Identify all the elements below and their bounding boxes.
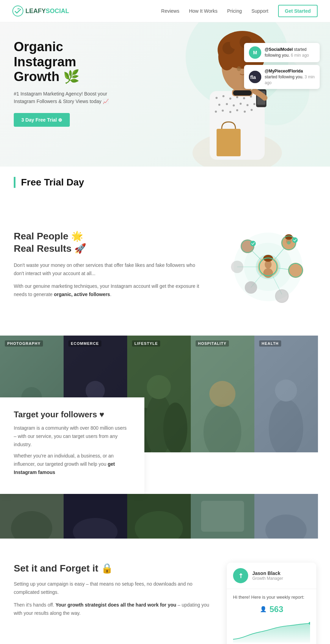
svg-point-79 (147, 375, 171, 399)
category-hospitality[interactable]: HOSPITALITY (191, 336, 254, 452)
hero-section: OrganicInstagramGrowth 🌿 #1 Instagram Ma… (0, 22, 330, 167)
cat-bot-svg1 (0, 494, 64, 539)
notif-avatar-2: fla (249, 71, 261, 83)
get-started-button[interactable]: Get Started (278, 5, 318, 17)
svg-point-4 (222, 95, 224, 97)
svg-point-51 (263, 268, 273, 278)
svg-point-78 (163, 403, 187, 452)
notif-text-1: @SocialModel started following you. 6 mi… (265, 47, 315, 58)
cat-bot-svg2 (64, 494, 127, 539)
category-label-health: HEALTH (259, 340, 281, 347)
target-para2: Whether you're an individual, a business… (14, 452, 131, 476)
chat-greeting: Hi there! Here is your weekly report: (233, 595, 310, 600)
svg-rect-36 (233, 90, 252, 95)
cat-bottom-3 (127, 494, 191, 539)
svg-point-17 (229, 111, 231, 113)
svg-point-57 (287, 241, 290, 245)
svg-point-5 (229, 98, 231, 100)
real-people-section: Real People 🌟Real Results 🚀 Don't waste … (0, 198, 330, 336)
svg-point-12 (240, 103, 242, 105)
network-svg (220, 219, 316, 315)
network-diagram (220, 219, 316, 315)
svg-point-9 (218, 104, 220, 106)
chat-body: Hi there! Here is your weekly report: 👤 … (227, 589, 316, 644)
cat-bottom-4 (191, 494, 254, 539)
chat-identity: Jason Black Growth Manager (252, 570, 283, 581)
nav-support[interactable]: Support (251, 8, 268, 14)
svg-point-3 (216, 97, 218, 99)
svg-point-11 (233, 104, 235, 106)
nav-how-it-works[interactable]: How It Works (189, 8, 218, 14)
organic-followers-highlight: organic, active followers (54, 292, 110, 297)
nav-reviews[interactable]: Reviews (161, 8, 179, 14)
svg-point-60 (288, 263, 303, 278)
nav-pricing[interactable]: Pricing (227, 8, 242, 14)
logo[interactable]: LEAFYSOCIAL (12, 5, 69, 16)
notif-text-2: @MyPieceofFlorida started following you.… (265, 68, 315, 86)
category-label-lifestyle: LIFESTYLE (132, 340, 160, 347)
chat-name: Jason Black (252, 570, 283, 576)
target-para1: Instagram is a community with over 800 m… (14, 424, 131, 449)
svg-point-64 (275, 289, 289, 303)
chat-header: ↗ Jason Black Growth Manager (227, 563, 316, 589)
hero-subtitle: #1 Instagram Marketing Agency! Boost you… (14, 90, 124, 105)
svg-point-14 (253, 103, 255, 105)
svg-point-85 (275, 380, 297, 402)
instagram-famous-link[interactable]: get Instagram famous (14, 461, 115, 475)
svg-text:fla: fla (250, 75, 256, 80)
svg-point-7 (243, 97, 245, 99)
real-people-para1: Don't waste your money on other services… (14, 261, 206, 278)
nav-links: Reviews How It Works Pricing Support Get… (161, 5, 318, 17)
target-followers-overlay: Target your followers ♥ Instagram is a c… (0, 397, 144, 494)
trial-day-badge: Free Trial Day (14, 177, 84, 188)
svg-rect-93 (201, 501, 244, 532)
category-bottom-strip (0, 494, 330, 539)
svg-point-55 (285, 234, 293, 240)
svg-point-26 (230, 38, 241, 49)
mini-chart (233, 619, 310, 643)
chat-stat: 👤 563 (233, 605, 310, 614)
svg-point-10 (226, 103, 228, 105)
svg-point-0 (13, 6, 23, 16)
logo-icon (12, 5, 23, 16)
chat-widget: ↗ Jason Black Growth Manager Hi there! H… (227, 563, 316, 644)
set-it-content: Set it and Forget it 🔒 Setting up your c… (14, 563, 210, 622)
cat-bot-svg3 (127, 494, 191, 539)
followers-count: 563 (270, 605, 283, 614)
svg-point-20 (251, 109, 253, 111)
svg-point-18 (236, 109, 238, 111)
category-health[interactable]: HEALTH (254, 336, 318, 452)
svg-point-6 (236, 96, 238, 98)
categories-strip-wrapper: PHOTOGRAPHY ECOMMERCE LIFESTYLE (0, 336, 330, 494)
navbar: LEAFYSOCIAL Reviews How It Works Pricing… (0, 0, 330, 22)
set-it-heading: Set it and Forget it 🔒 (14, 563, 210, 574)
target-heading: Target your followers ♥ (14, 410, 131, 419)
notification-cards: M @SocialModel started following you. 6 … (244, 43, 320, 89)
category-label-photography: PHOTOGRAPHY (5, 340, 43, 347)
cat-bottom-1 (0, 494, 64, 539)
svg-point-66 (231, 261, 243, 273)
real-people-heading: Real People 🌟Real Results 🚀 (14, 230, 206, 255)
chat-arrow-icon: ↗ (236, 571, 245, 580)
category-label-hospitality: HOSPITALITY (196, 340, 229, 347)
cat-bottom-5 (254, 494, 318, 539)
followers-icon: 👤 (260, 606, 267, 612)
real-people-para2: With our genuine marketing techniques, y… (14, 282, 206, 299)
cat-hosp-bg (191, 336, 254, 452)
svg-point-68 (250, 241, 256, 246)
chat-role: Growth Manager (252, 576, 283, 581)
svg-point-19 (244, 111, 246, 113)
real-people-content: Real People 🌟Real Results 🚀 Don't waste … (14, 230, 206, 304)
cat-health-bg (254, 336, 318, 452)
hero-title: OrganicInstagramGrowth 🌿 (14, 39, 124, 84)
category-label-ecommerce: ECOMMERCE (68, 340, 101, 347)
trial-button[interactable]: 3 Day Free Trial ⊕ (14, 113, 70, 127)
svg-point-15 (215, 111, 217, 113)
set-it-widget: ↗ Jason Black Growth Manager Hi there! H… (227, 563, 316, 644)
svg-point-82 (209, 381, 235, 407)
set-it-para2: Then it's hands off. Your growth strateg… (14, 601, 210, 618)
svg-rect-34 (217, 129, 241, 156)
set-it-para1: Setting up your campaign is easy – that … (14, 580, 210, 597)
cat-bot-svg4 (191, 494, 254, 539)
svg-point-67 (292, 237, 298, 243)
